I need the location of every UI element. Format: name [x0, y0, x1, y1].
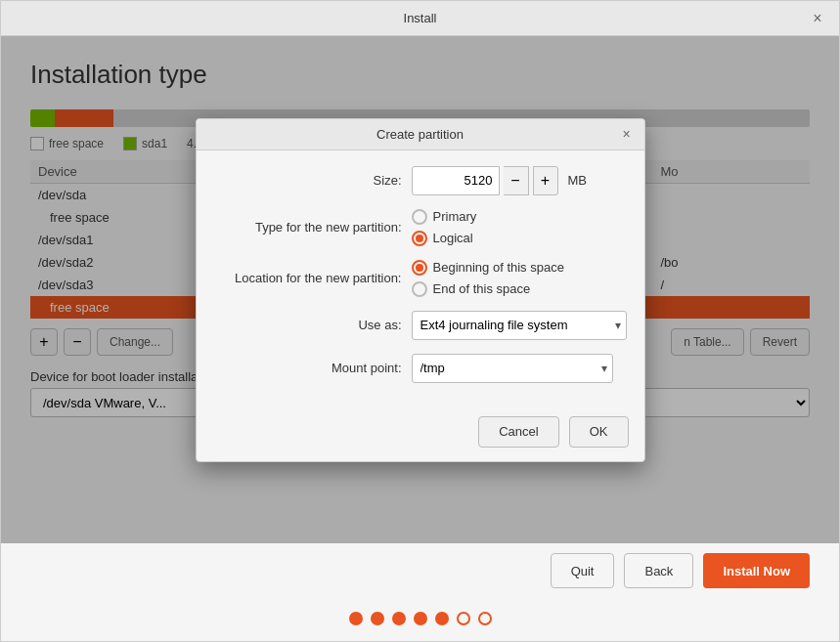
type-label: Type for the new partition:: [216, 220, 412, 235]
use-as-control: Ext4 journaling file system Ext3 journal…: [412, 311, 627, 340]
location-end-radio[interactable]: [412, 281, 427, 297]
type-primary-option[interactable]: Primary: [412, 209, 477, 225]
dot-6: [457, 612, 470, 625]
dot-4: [414, 612, 427, 625]
type-row: Type for the new partition: Primary Logi…: [216, 209, 625, 246]
mount-point-label: Mount point:: [216, 361, 412, 375]
size-row: Size: − + MB: [216, 166, 625, 195]
location-beginning-option[interactable]: Beginning of this space: [412, 260, 564, 276]
titlebar: Install ×: [1, 1, 839, 36]
main-window: Install × Installation type free space s…: [0, 0, 840, 642]
mount-point-row: Mount point: ▾: [216, 354, 625, 383]
dot-3: [392, 612, 406, 625]
mount-point-wrapper: ▾: [412, 354, 613, 383]
location-end-label: End of this space: [433, 281, 531, 296]
size-input[interactable]: [412, 166, 500, 195]
cancel-button[interactable]: Cancel: [478, 416, 558, 448]
dialog-body: Size: − + MB Type for the new partition:: [197, 150, 644, 408]
location-label: Location for the new partition:: [216, 271, 412, 285]
dot-7: [478, 612, 492, 625]
dialog-close-button[interactable]: ×: [617, 124, 637, 144]
bottom-bar: Quit Back Install Now: [1, 543, 839, 604]
size-unit: MB: [568, 173, 588, 188]
size-increment-button[interactable]: +: [533, 166, 558, 195]
location-beginning-label: Beginning of this space: [433, 260, 564, 275]
type-control: Primary Logical: [412, 209, 625, 246]
size-decrement-button[interactable]: −: [504, 166, 529, 195]
location-row: Location for the new partition: Beginnin…: [216, 260, 625, 297]
window-title: Install: [404, 11, 437, 25]
quit-button[interactable]: Quit: [551, 553, 615, 588]
type-logical-label: Logical: [433, 231, 473, 245]
type-radio-group: Primary Logical: [412, 209, 477, 246]
dot-2: [371, 612, 384, 625]
progress-dots: [1, 604, 839, 641]
use-as-select-wrapper: Ext4 journaling file system Ext3 journal…: [412, 311, 627, 340]
create-partition-dialog: Create partition × Size: − + MB: [196, 118, 645, 462]
dialog-titlebar: Create partition ×: [197, 119, 644, 150]
type-primary-label: Primary: [433, 209, 477, 224]
type-logical-option[interactable]: Logical: [412, 231, 477, 246]
dot-1: [349, 612, 363, 625]
mount-point-input[interactable]: [412, 354, 613, 383]
install-now-button[interactable]: Install Now: [703, 553, 810, 588]
back-button[interactable]: Back: [624, 553, 693, 588]
modal-overlay: Create partition × Size: − + MB: [1, 36, 839, 543]
location-beginning-radio[interactable]: [412, 260, 427, 276]
type-logical-radio[interactable]: [412, 231, 427, 246]
location-end-option[interactable]: End of this space: [412, 281, 564, 297]
ok-button[interactable]: OK: [569, 416, 629, 448]
dialog-footer: Cancel OK: [197, 408, 644, 461]
window-close-button[interactable]: ×: [808, 9, 827, 28]
mount-point-control: ▾: [412, 354, 625, 383]
type-primary-radio[interactable]: [412, 209, 427, 225]
use-as-label: Use as:: [216, 318, 412, 332]
use-as-row: Use as: Ext4 journaling file system Ext3…: [216, 311, 625, 340]
location-control: Beginning of this space End of this spac…: [412, 260, 625, 297]
size-control: − + MB: [412, 166, 625, 195]
size-label: Size:: [216, 173, 412, 188]
dialog-title: Create partition: [376, 127, 464, 142]
use-as-select[interactable]: Ext4 journaling file system Ext3 journal…: [412, 311, 627, 340]
main-content: Installation type free space sda1 4.1 GB: [1, 36, 839, 543]
location-radio-group: Beginning of this space End of this spac…: [412, 260, 564, 297]
dot-5: [435, 612, 449, 625]
